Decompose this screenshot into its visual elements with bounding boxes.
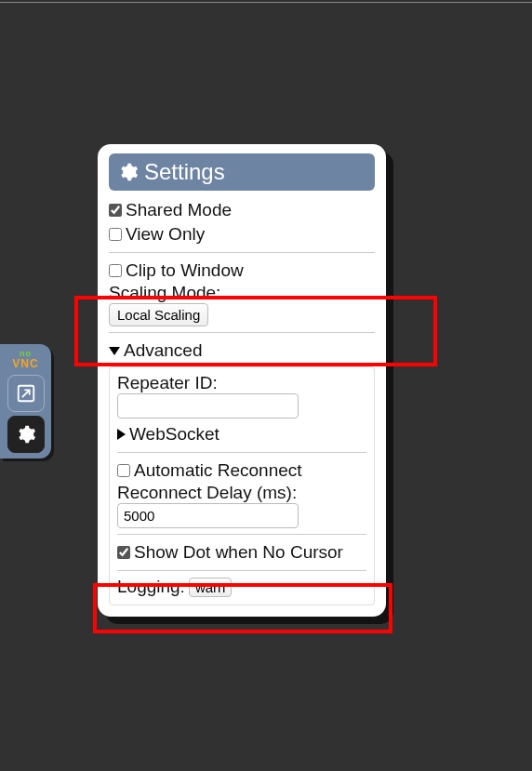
settings-panel: Settings Shared Mode View Only Clip to W…: [98, 144, 386, 617]
shared-mode-checkbox[interactable]: [109, 204, 122, 217]
websocket-toggle[interactable]: WebSocket: [117, 422, 366, 446]
fullscreen-icon: [16, 383, 36, 404]
reconnect-delay-label: Reconnect Delay (ms):: [117, 483, 366, 503]
scaling-mode-row: Scaling Mode: Local Scaling: [109, 283, 375, 326]
settings-button[interactable]: [7, 416, 45, 453]
clip-to-window-label: Clip to Window: [126, 260, 244, 281]
auto-reconnect-checkbox[interactable]: [117, 464, 130, 477]
panel-title: Settings: [144, 159, 225, 185]
novnc-sidebar: no VNC: [0, 344, 51, 459]
shared-mode-row: Shared Mode: [109, 198, 375, 222]
auto-reconnect-label: Automatic Reconnect: [134, 460, 302, 481]
advanced-toggle[interactable]: Advanced: [109, 339, 375, 363]
divider: [117, 570, 366, 571]
show-dot-label: Show Dot when No Cursor: [134, 542, 343, 563]
auto-reconnect-row: Automatic Reconnect: [117, 459, 366, 483]
panel-header: Settings: [109, 153, 375, 191]
novnc-logo: no VNC: [12, 350, 38, 369]
divider: [117, 534, 366, 535]
show-dot-row: Show Dot when No Cursor: [117, 540, 366, 565]
clip-to-window-checkbox[interactable]: [109, 264, 122, 277]
top-divider: [0, 2, 532, 3]
view-only-label: View Only: [126, 224, 205, 245]
divider: [109, 252, 375, 253]
repeater-id-input[interactable]: [117, 393, 299, 419]
view-only-checkbox[interactable]: [109, 228, 122, 241]
chevron-down-icon: [109, 347, 120, 355]
advanced-label: Advanced: [124, 340, 203, 361]
view-only-row: View Only: [109, 222, 375, 246]
fullscreen-button[interactable]: [7, 375, 45, 412]
logging-label: Logging:: [117, 577, 185, 597]
logo-text-vnc: VNC: [12, 358, 38, 369]
repeater-id-label: Repeater ID:: [117, 373, 366, 393]
scaling-mode-label: Scaling Mode:: [109, 283, 375, 303]
scaling-mode-select[interactable]: Local Scaling: [109, 303, 208, 326]
websocket-label: WebSocket: [129, 424, 219, 445]
gear-icon: [118, 162, 139, 182]
clip-to-window-row: Clip to Window: [109, 259, 375, 283]
reconnect-delay-input[interactable]: [117, 503, 299, 528]
show-dot-checkbox[interactable]: [117, 546, 130, 559]
gear-icon: [16, 424, 36, 445]
logging-select[interactable]: warn: [189, 578, 233, 597]
divider: [109, 332, 375, 333]
advanced-content: Repeater ID: WebSocket Automatic Reconne…: [109, 366, 375, 605]
divider: [117, 452, 366, 453]
shared-mode-label: Shared Mode: [126, 200, 232, 220]
chevron-right-icon: [117, 429, 126, 440]
logging-row: Logging: warn: [117, 577, 366, 597]
